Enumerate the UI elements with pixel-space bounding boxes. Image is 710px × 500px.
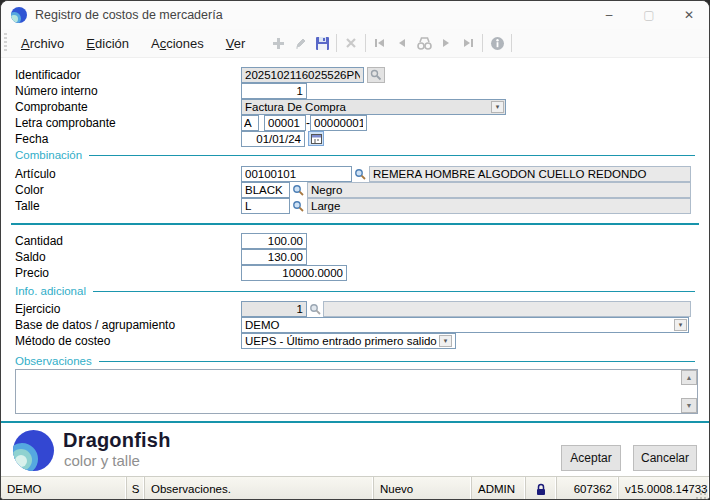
ejercicio-input[interactable]: [241, 301, 307, 317]
last-record-icon[interactable]: [457, 32, 479, 54]
status-flag: S: [127, 477, 145, 500]
cantidad-input[interactable]: [241, 233, 307, 249]
section-divider: [11, 223, 699, 225]
window-controls: – ▢ ✕: [589, 1, 709, 29]
talle-input[interactable]: [241, 198, 290, 214]
ejercicio-search-icon[interactable]: [308, 301, 322, 317]
menu-archivo[interactable]: Archivo: [13, 33, 72, 54]
brand-tagline: color y talle: [64, 452, 140, 469]
app-logo-icon: [11, 7, 27, 23]
comprobante-select[interactable]: [241, 99, 506, 115]
save-icon[interactable]: [311, 32, 333, 54]
scroll-down-icon[interactable]: ▼: [681, 398, 697, 413]
calendar-icon[interactable]: [308, 131, 324, 146]
articulo-description: REMERA HOMBRE ALGODON CUELLO REDONDO: [369, 166, 691, 182]
menu-toolbar: Archivo Edición Acciones Ver: [1, 29, 709, 58]
saldo-label: Saldo: [15, 250, 46, 264]
precio-input[interactable]: [241, 265, 347, 281]
fecha-label: Fecha: [15, 132, 48, 146]
first-record-icon[interactable]: [369, 32, 391, 54]
status-bar: DEMO S Observaciones. Nuevo ADMIN 607362…: [1, 476, 709, 500]
form-area: Identificador Número interno Comprobante…: [1, 58, 710, 421]
identificador-label: Identificador: [15, 68, 80, 82]
articulo-label: Artículo: [15, 167, 56, 181]
previous-record-icon[interactable]: [391, 32, 413, 54]
status-message: Observaciones.: [145, 477, 374, 500]
talle-search-icon[interactable]: [291, 198, 305, 214]
color-input[interactable]: [241, 182, 290, 198]
menu-acciones[interactable]: Acciones: [143, 33, 212, 54]
observaciones-box: ▲ ▼: [15, 369, 698, 414]
maximize-button[interactable]: ▢: [629, 1, 669, 29]
base-datos-select[interactable]: [241, 317, 689, 333]
delete-icon[interactable]: [340, 32, 362, 54]
articulo-input[interactable]: [241, 166, 352, 182]
identificador-input[interactable]: [241, 67, 364, 83]
status-database: DEMO: [1, 477, 127, 500]
dragonfish-logo-icon: [13, 430, 54, 471]
ejercicio-label: Ejercicio: [15, 302, 60, 316]
info-icon[interactable]: [486, 32, 508, 54]
base-datos-dropdown-icon[interactable]: ▾: [674, 319, 687, 331]
toolbar: [267, 32, 515, 54]
punto-venta-input[interactable]: [264, 115, 306, 131]
color-description: Negro: [307, 182, 691, 198]
numero-comprobante-input[interactable]: [310, 115, 367, 131]
observaciones-textarea[interactable]: [16, 370, 680, 413]
dialog-window: Registro de costos de mercadería – ▢ ✕ A…: [0, 0, 710, 500]
letra-input[interactable]: [241, 115, 259, 131]
section-combinacion: Combinación: [15, 149, 695, 161]
base-datos-label: Base de datos / agrupamiento: [15, 318, 175, 332]
status-state: Nuevo: [374, 477, 472, 500]
section-observaciones-title: Observaciones: [15, 355, 92, 367]
metodo-costeo-select[interactable]: [241, 333, 456, 349]
fecha-input[interactable]: [241, 131, 305, 147]
comprobante-dropdown-icon[interactable]: ▾: [491, 101, 504, 113]
menu-edicion[interactable]: Edición: [78, 33, 137, 54]
precio-label: Precio: [15, 266, 49, 280]
close-button[interactable]: ✕: [669, 1, 709, 29]
resize-grip-icon[interactable]: [696, 488, 707, 499]
section-info-adicional: Info. adicional: [15, 285, 695, 297]
color-label: Color: [15, 183, 44, 197]
toolbar-grip[interactable]: [4, 33, 7, 53]
cancel-button[interactable]: Cancelar: [633, 445, 697, 471]
numero-interno-label: Número interno: [15, 84, 98, 98]
talle-label: Talle: [15, 199, 40, 213]
menu-ver[interactable]: Ver: [218, 33, 254, 54]
color-search-icon[interactable]: [291, 182, 305, 198]
talle-description: Large: [307, 198, 691, 214]
metodo-costeo-label: Método de costeo: [15, 334, 110, 348]
minimize-button[interactable]: –: [589, 1, 629, 29]
window-title: Registro de costos de mercadería: [35, 8, 223, 22]
accept-button[interactable]: Aceptar: [561, 445, 621, 471]
metodo-costeo-dropdown-icon[interactable]: ▾: [439, 335, 452, 347]
section-info-adicional-title: Info. adicional: [15, 285, 86, 297]
title-bar: Registro de costos de mercadería – ▢ ✕: [1, 1, 709, 29]
section-combinacion-title: Combinación: [15, 149, 82, 161]
scroll-up-icon[interactable]: ▲: [681, 370, 697, 385]
articulo-search-icon[interactable]: [353, 166, 367, 182]
ejercicio-description: [323, 301, 691, 317]
lock-icon: [526, 477, 557, 500]
edit-icon[interactable]: [289, 32, 311, 54]
next-record-icon[interactable]: [435, 32, 457, 54]
search-binoculars-icon[interactable]: [413, 32, 435, 54]
status-user: ADMIN: [472, 477, 526, 500]
identificador-search-icon[interactable]: [367, 67, 385, 83]
brand-name: Dragonfish: [63, 429, 171, 452]
add-icon[interactable]: [267, 32, 289, 54]
status-record-id: 607362: [557, 477, 619, 500]
cantidad-label: Cantidad: [15, 234, 63, 248]
section-observaciones: Observaciones: [15, 355, 695, 367]
numero-interno-input[interactable]: [241, 83, 307, 99]
footer: Dragonfish color y talle Aceptar Cancela…: [1, 421, 709, 476]
comprobante-label: Comprobante: [15, 100, 88, 114]
letra-comprobante-label: Letra comprobante: [15, 116, 116, 130]
saldo-input[interactable]: [241, 249, 307, 265]
